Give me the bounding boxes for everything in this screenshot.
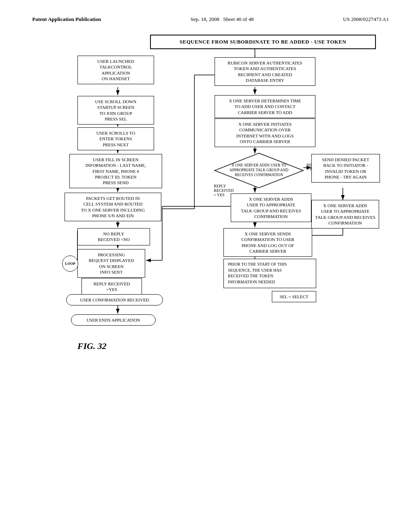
box-send-denied: SEND DENIED PACKET BACK TO INITIATOR - I… (311, 154, 380, 183)
date: Sep. 18, 2008 (190, 16, 219, 22)
box-user-confirmation: USER CONFIRMATION RECEIVED (66, 294, 163, 305)
sheet-info: Sheet 40 of 48 (223, 16, 253, 22)
box-rubicon-server: RUBICON SERVER AUTHENTICATES TOKEN AND A… (215, 57, 315, 86)
date-sheet: Sep. 18, 2008 Sheet 40 of 48 (190, 16, 254, 23)
note-box: PRIOR TO THE START OF THIS SEQUENCE, THE… (223, 259, 316, 288)
box-user-ends: USER ENDS APPLICATION (71, 314, 156, 326)
box-xone-adds-denied: X ONE SERVER ADDS USER TO APPROPRIATE TA… (311, 200, 379, 229)
box-xone-initiates: X ONE SERVER INITIATES COMMUNICATION OVE… (215, 118, 315, 147)
box-scroll-down: USE SCROLL DOWN STARTUP SCREEN TO JOIN G… (77, 96, 154, 125)
diamond-xone-adds: X ONE SERVER ADDS USER TO APPROPRIATE TA… (214, 152, 304, 189)
publication-label: Patent Application Publication (32, 16, 101, 23)
box-processing-request: PROCESSING REQUEST DISPLAYED ON SCREEN I… (77, 249, 145, 278)
page: Patent Application Publication Sep. 18, … (0, 0, 413, 532)
box-xone-determines: X ONE SERVER DETERMINES TIME TO ADD USER… (215, 95, 315, 118)
box-sel-select: SEL = SELECT (272, 291, 316, 302)
diagram-title: SEQUENCE FROM SUBORDINATE TO BE ADDED - … (150, 35, 376, 49)
patent-number: US 2008/0227473 A1 (343, 16, 389, 23)
diagram-area: SEQUENCE FROM SUBORDINATE TO BE ADDED - … (37, 35, 384, 49)
box-user-fill: USER FILL IN SCREEN INFORMATION - LAST N… (69, 154, 162, 188)
box-user-scrolls: USER SCROLLS TO ENTER TOKENS PRESS NEXT (77, 127, 154, 150)
page-header: Patent Application Publication Sep. 18, … (32, 16, 389, 23)
box-xone-adds-yes: X ONE SERVER ADDS USER TO APPROPRIATE TA… (231, 193, 311, 222)
box-xone-sends: X ONE SERVER SENDS CONFIRMATION TO USER … (223, 228, 312, 257)
box-user-launched: USER LAUNCHED TALKCONTROL APPLICATION ON… (77, 56, 154, 84)
box-no-reply: NO REPLY RECEIVED =NO (77, 228, 150, 245)
loop-label: LOOP (62, 256, 78, 272)
box-packets-routed: PACKETS GET ROUTED IN CELL SYSTEM AND RO… (65, 193, 161, 221)
figure-label: FIG. 32 (77, 341, 106, 351)
box-reply-received: REPLY RECEIVED =YES (81, 278, 142, 295)
